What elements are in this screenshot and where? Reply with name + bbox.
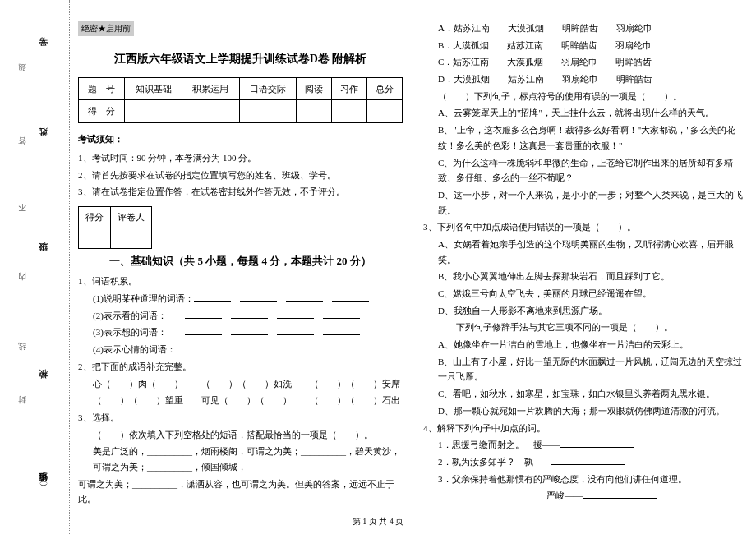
q3b-option: C、为什么这样一株脆弱和卑微的生命，上苍给它制作出来的居所却有多精致、多仔细、多… (423, 155, 748, 186)
notice-item: 3、请在试卷指定位置作答，在试卷密封线外作答无效，不予评分。 (78, 184, 403, 200)
table-row: 得 分 (79, 100, 403, 123)
q4-stem: 4、解释下列句子中加点的词。 (423, 421, 748, 436)
q1-item: (2)表示看的词语： (78, 308, 403, 324)
notice-item: 2、请首先按要求在试卷的指定位置填写您的姓名、班级、学号。 (78, 168, 403, 183)
q3-option: D．大漠孤烟 姑苏江南 羽扇纶巾 明眸皓齿 (423, 71, 748, 87)
q3a: （ ）依次填入下列空格处的短语，搭配最恰当的一项是（ ）。 (78, 427, 403, 443)
rq3-stem: 3、下列各句中加点成语使用错误的一项是（ ）。 (423, 219, 748, 235)
score-summary-table: 题 号 知识基础 积累运用 口语交际 阅读 习作 总分 得 分 (78, 77, 403, 123)
q2-row: （ ）（ ）望重 可见（ ）（ ） （ ）（ ）石出 (78, 393, 403, 408)
rq3-option: D、我独自一人形影不离地来到思源广场。 (423, 303, 748, 319)
q3b-option: A、云雾笼罩天上的"招牌"，天上挂什么云，就将出现什么样的天气。 (423, 105, 748, 121)
rq3-option: A、女娲看着她亲手创造的这个聪明美丽的生物，又听得满心欢喜，眉开眼笑。 (423, 237, 748, 267)
q2-row: 心（ ）肉（ ） （ ）（ ）如洗 （ ）（ ）安席 (78, 376, 403, 392)
section-score-box: 得分评卷人 (78, 206, 152, 249)
q3b: （ ）下列句子，标点符号的使用有误的一项是（ ）。 (423, 89, 748, 104)
q1-item: (3)表示想的词语： (78, 325, 403, 340)
q3b-option: D、这一小步，对一个人来说，是小小的一步；对整个人类来说，是巨大的飞跃。 (423, 187, 748, 218)
q3-body: 可谓之为美；__________，潇洒从容，也可谓之为美。但美的答案，远远不止于… (78, 476, 403, 507)
q3-body: 美是广泛的，__________，烟雨楼阁，可谓之为美；__________，碧… (78, 444, 403, 474)
section1-title: 一、基础知识（共 5 小题，每题 4 分，本题共计 20 分） (78, 252, 403, 270)
rq3b-option: B、山上有了小屋，好比一望无际的水面飘过一片风帆，辽阔无边的天空掠过一只飞雁。 (423, 354, 748, 384)
rq3b-stem: 下列句子修辞手法与其它三项不同的一项是（ ）。 (423, 320, 748, 335)
rq3b-option: C、看吧，如秋水，如寒星，如宝珠，如白水银里头养着两丸黑水银。 (423, 386, 748, 402)
q1-item: (1)说明某种道理的词语： (78, 291, 403, 306)
rq3-option: B、我小心翼翼地伸出左脚去探那块岩石，而且踩到了它。 (423, 269, 748, 284)
confidential-tag: 绝密★启用前 (78, 21, 134, 36)
q1-stem: 1、词语积累。 (78, 274, 403, 289)
notice-item: 1、考试时间：90 分钟，本卷满分为 100 分。 (78, 150, 403, 166)
q4-item: 1．思援弓缴而射之。 援—— (423, 437, 748, 453)
q4-item: 2．孰为汝多知乎？ 孰—— (423, 454, 748, 470)
notice-heading: 考试须知： (78, 131, 403, 147)
rq3-option: C、嫦娥三号向太空飞去，美丽的月球已经遥遥在望。 (423, 286, 748, 302)
rq3b-option: A、她像坐在一片洁白的雪地上，也像坐在一片洁白的云彩上。 (423, 337, 748, 352)
table-row: 题 号 知识基础 积累运用 口语交际 阅读 习作 总分 (79, 77, 403, 100)
q3-option: A．姑苏江南 大漠孤烟 明眸皓齿 羽扇纶巾 (423, 21, 748, 36)
q3-option: C．姑苏江南 大漠孤烟 羽扇纶巾 明眸皓齿 (423, 54, 748, 70)
page-content: 绝密★启用前 江西版六年级语文上学期提升训练试卷D卷 附解析 题 号 知识基础 … (78, 21, 748, 513)
exam-title: 江西版六年级语文上学期提升训练试卷D卷 附解析 (78, 49, 403, 69)
q2-stem: 2、把下面的成语补充完整。 (78, 359, 403, 375)
q1-item: (4)表示心情的词语： (78, 342, 403, 357)
q3b-option: B、"上帝，这衣服多么合身啊！裁得多么好看啊！"大家都说，"多么美的花纹！多么美… (423, 122, 748, 153)
page-footer: 第 1 页 共 4 页 (0, 516, 756, 527)
q3-stem: 3、选择。 (78, 410, 403, 426)
rq3b-option: D、那一颗心就宛如一片欢腾的大海；那一双眼就仿佛两道清澈的河流。 (423, 403, 748, 419)
q4-item: 严峻—— (423, 488, 748, 504)
binding-gutter: 乡镇（街道） 学校 班级 姓名 学号 封 线 内 不 答 题 (0, 0, 70, 534)
q4-item: 3．父亲保持着他那惯有的严峻态度，没有向他们讲任何道理。 (423, 472, 748, 487)
q3-option: B．大漠孤烟 姑苏江南 明眸皓齿 羽扇纶巾 (423, 38, 748, 53)
